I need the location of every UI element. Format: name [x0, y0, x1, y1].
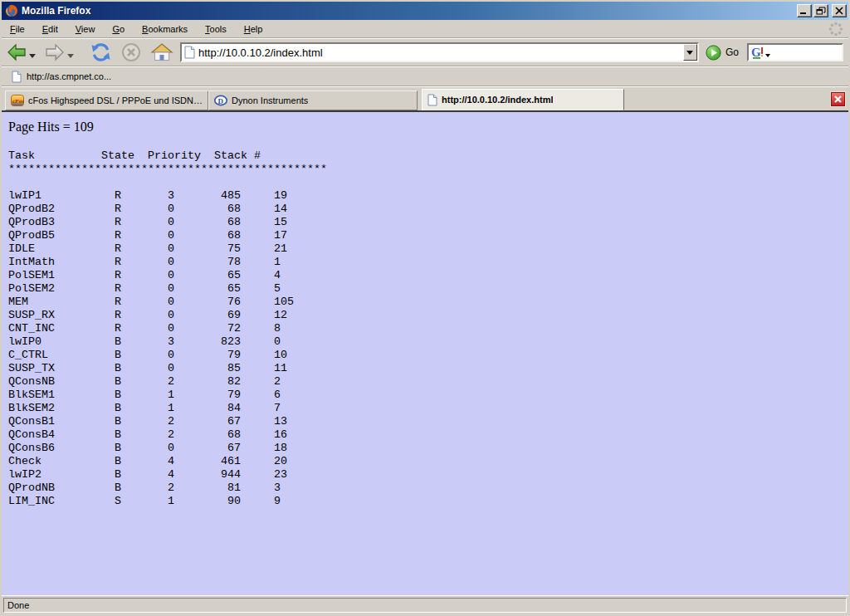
search-input[interactable]: [772, 46, 840, 58]
reload-button[interactable]: [90, 42, 112, 62]
tab-bar: cFos cFos Highspeed DSL / PPPoE und ISDN…: [2, 86, 848, 112]
svg-text:G: G: [751, 46, 761, 59]
go-button-label[interactable]: Go: [725, 46, 739, 58]
forward-dropdown-icon[interactable]: [67, 54, 74, 58]
navigation-toolbar: Go G: [2, 38, 848, 66]
cfos-favicon: cFos: [11, 94, 24, 107]
svg-text:cFos: cFos: [12, 98, 24, 105]
firefox-window: Mozilla Firefox FileEditViewGoBookmarksT…: [0, 0, 850, 616]
menu-view[interactable]: View: [71, 22, 100, 37]
menu-bar: FileEditViewGoBookmarksToolsHelp: [2, 20, 848, 38]
tab-label[interactable]: Dynon Instruments: [232, 95, 308, 105]
menu-edit[interactable]: Edit: [37, 22, 63, 37]
google-logo-icon: G: [750, 45, 765, 60]
close-tab-button[interactable]: [831, 92, 845, 106]
menu-bookmarks[interactable]: Bookmarks: [137, 22, 193, 37]
title-bar: Mozilla Firefox: [2, 2, 848, 20]
page-icon: [12, 71, 22, 83]
browser-content: Page Hits = 109 Task State Priority Stac…: [2, 112, 848, 595]
close-window-button[interactable]: [832, 4, 847, 17]
page-icon: [427, 94, 437, 106]
forward-button[interactable]: [45, 43, 65, 61]
tab-cfos[interactable]: cFos cFos Highspeed DSL / PPPoE und ISDN…: [5, 90, 208, 110]
bookmark-item[interactable]: http://as.cmpnet.co...: [8, 69, 115, 85]
tab-label[interactable]: cFos Highspeed DSL / PPPoE und ISDN CAP.…: [28, 95, 203, 105]
window-title: Mozilla Firefox: [22, 5, 795, 17]
throbber-icon: [828, 22, 843, 37]
tab-current[interactable]: http://10.0.10.2/index.html: [422, 89, 624, 110]
url-bar: [180, 42, 699, 62]
search-engine-dropdown-icon[interactable]: [765, 54, 770, 57]
tab-dynon[interactable]: D Dynon Instruments: [208, 90, 418, 110]
menu-file[interactable]: File: [5, 22, 30, 37]
restore-button[interactable]: [813, 4, 828, 17]
minimize-button[interactable]: [797, 4, 812, 17]
home-button[interactable]: [150, 42, 173, 62]
menu-tools[interactable]: Tools: [200, 22, 232, 37]
task-table: Task State Priority Stack # ************…: [8, 149, 848, 508]
page-icon: [184, 46, 195, 59]
firefox-logo-icon: [5, 4, 18, 17]
tab-label[interactable]: http://10.0.10.2/index.html: [442, 95, 553, 105]
search-box: G: [747, 43, 843, 61]
menu-items: FileEditViewGoBookmarksToolsHelp: [5, 22, 275, 37]
stop-button[interactable]: [120, 42, 142, 62]
bookmark-label[interactable]: http://as.cmpnet.co...: [27, 71, 111, 81]
url-dropdown-button[interactable]: [683, 44, 697, 61]
back-dropdown-icon[interactable]: [29, 54, 36, 58]
bookmarks-toolbar: http://as.cmpnet.co...: [2, 66, 848, 86]
menu-go[interactable]: Go: [107, 22, 129, 37]
url-input[interactable]: [198, 46, 683, 59]
svg-text:D: D: [218, 97, 224, 105]
dynon-favicon: D: [214, 94, 227, 107]
status-bar: Done: [2, 595, 848, 614]
back-button[interactable]: [7, 43, 27, 61]
go-button[interactable]: [706, 45, 721, 61]
status-text: Done: [3, 598, 847, 613]
page-hits-text: Page Hits = 109: [8, 120, 848, 134]
menu-help[interactable]: Help: [239, 22, 268, 37]
